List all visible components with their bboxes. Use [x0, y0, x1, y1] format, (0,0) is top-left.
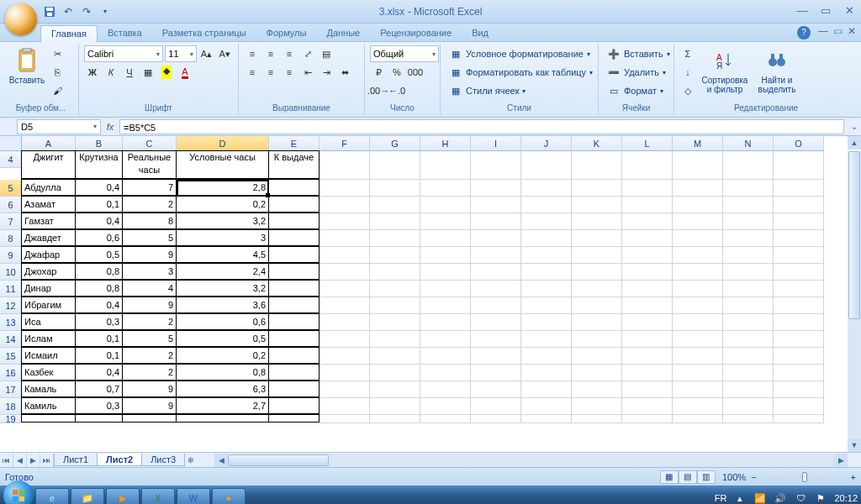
cell-empty[interactable]: [673, 151, 723, 180]
col-header-A[interactable]: A: [22, 136, 76, 151]
cell-empty[interactable]: [622, 331, 673, 348]
align-center-button[interactable]: ≡: [262, 64, 279, 81]
row-header-4[interactable]: 4: [0, 151, 22, 168]
cell-empty[interactable]: [622, 230, 673, 247]
cell-C11[interactable]: 4: [122, 280, 177, 297]
cell-empty[interactable]: [774, 213, 824, 230]
sheet-nav-last[interactable]: ⏭: [40, 454, 54, 467]
cell-empty[interactable]: [723, 197, 774, 213]
cell-empty[interactable]: [723, 331, 774, 348]
cell-D6[interactable]: 0,2: [176, 196, 269, 213]
ribbon-tab-5[interactable]: Рецензирование: [370, 25, 462, 41]
align-top-button[interactable]: ≡: [244, 45, 261, 62]
cell-empty[interactable]: [572, 398, 622, 415]
taskbar-explorer[interactable]: 📁: [71, 488, 104, 504]
row-header-7[interactable]: 7: [0, 213, 22, 230]
row-header-18[interactable]: 18: [0, 398, 22, 415]
mdi-close[interactable]: ✕: [848, 25, 856, 37]
cell-empty[interactable]: [673, 197, 723, 213]
cell-A9[interactable]: Джафар: [21, 246, 76, 263]
col-header-I[interactable]: I: [471, 136, 521, 151]
cell-empty[interactable]: [420, 151, 471, 180]
cell-E11[interactable]: [268, 280, 320, 297]
cell-A4[interactable]: Джигит: [21, 150, 76, 179]
zoom-level[interactable]: 100%: [722, 472, 746, 482]
cell-A13[interactable]: Иса: [21, 313, 76, 330]
sheet-tab-0[interactable]: Лист1: [54, 454, 98, 466]
fill-color-button[interactable]: ◆: [158, 64, 175, 81]
qat-undo[interactable]: ↶: [61, 4, 76, 19]
cell-empty[interactable]: [521, 314, 572, 331]
col-header-F[interactable]: F: [320, 136, 370, 151]
cell-empty[interactable]: [673, 230, 723, 247]
cell-empty[interactable]: [673, 297, 723, 314]
qat-redo[interactable]: ↷: [79, 4, 94, 19]
cell-empty[interactable]: [774, 398, 824, 415]
cell-E8[interactable]: [268, 229, 320, 246]
cell-C5[interactable]: 7: [122, 179, 177, 196]
cell-D11[interactable]: 3,2: [176, 280, 269, 297]
cell-C8[interactable]: 5: [122, 229, 177, 246]
align-bottom-button[interactable]: ≡: [281, 45, 298, 62]
cell-B8[interactable]: 0,6: [75, 229, 123, 246]
cell-empty[interactable]: [420, 381, 471, 398]
cell-A18[interactable]: Камиль: [21, 397, 76, 414]
cell-empty[interactable]: [723, 348, 774, 365]
cell-C14[interactable]: 5: [122, 330, 177, 347]
cell-empty[interactable]: [572, 297, 622, 314]
cell-empty[interactable]: [622, 415, 673, 423]
cell-B9[interactable]: 0,5: [75, 246, 123, 263]
comma-button[interactable]: 000: [407, 64, 424, 81]
cell-A16[interactable]: Казбек: [21, 364, 76, 381]
cell-E7[interactable]: [268, 213, 320, 229]
cell-empty[interactable]: [723, 365, 774, 381]
cell-empty[interactable]: [521, 264, 572, 281]
cell-empty[interactable]: [723, 213, 774, 230]
col-header-O[interactable]: O: [774, 136, 824, 151]
cell-C13[interactable]: 2: [122, 313, 177, 330]
cell-empty[interactable]: [521, 197, 572, 213]
wrap-text-button[interactable]: ▤: [318, 45, 335, 62]
cell-empty[interactable]: [420, 281, 471, 297]
clear-button[interactable]: ◇: [679, 82, 696, 99]
col-header-E[interactable]: E: [269, 136, 320, 151]
cell-empty[interactable]: [320, 151, 370, 180]
cell-D10[interactable]: 2,4: [176, 263, 269, 280]
cell-B10[interactable]: 0,8: [75, 263, 123, 280]
mdi-restore[interactable]: ▭: [833, 25, 843, 37]
cell-empty[interactable]: [521, 213, 572, 230]
cell-empty[interactable]: [774, 381, 824, 398]
cell-empty[interactable]: [774, 180, 824, 197]
cell-empty[interactable]: [622, 264, 673, 281]
font-family-combo[interactable]: Calibri▾: [84, 45, 163, 62]
italic-button[interactable]: К: [103, 64, 119, 81]
cell-empty[interactable]: [774, 415, 824, 423]
fill-button[interactable]: ↓: [679, 64, 696, 81]
cell-E12[interactable]: [268, 297, 320, 313]
cell-empty[interactable]: [521, 230, 572, 247]
cell-empty[interactable]: [370, 381, 420, 398]
row-header-11[interactable]: 11: [0, 281, 22, 297]
cell-empty[interactable]: [572, 151, 622, 180]
cell-empty[interactable]: [320, 348, 370, 365]
cell-empty[interactable]: [622, 314, 673, 331]
taskbar-media[interactable]: ▶: [106, 488, 140, 504]
ribbon-tab-0[interactable]: Главная: [40, 25, 98, 42]
cell-empty[interactable]: [521, 331, 572, 348]
cell-empty[interactable]: [723, 415, 774, 423]
cell-empty[interactable]: [420, 398, 471, 415]
scroll-down-arrow[interactable]: ▼: [848, 438, 861, 452]
scroll-up-arrow[interactable]: ▲: [848, 136, 861, 150]
cell-empty[interactable]: [370, 230, 420, 247]
view-layout-button[interactable]: ▤: [679, 470, 697, 484]
language-indicator[interactable]: FR: [715, 493, 727, 503]
tray-shield-icon[interactable]: 🛡: [794, 491, 807, 504]
cell-B12[interactable]: 0,4: [75, 297, 123, 313]
cell-empty[interactable]: [420, 297, 471, 314]
font-size-combo[interactable]: 11▾: [165, 45, 196, 62]
scroll-left-arrow[interactable]: ◀: [214, 454, 228, 467]
cell-D14[interactable]: 0,5: [176, 330, 269, 347]
cell-empty[interactable]: [420, 348, 471, 365]
cell-E18[interactable]: [268, 397, 320, 414]
cell-D8[interactable]: 3: [176, 229, 269, 246]
